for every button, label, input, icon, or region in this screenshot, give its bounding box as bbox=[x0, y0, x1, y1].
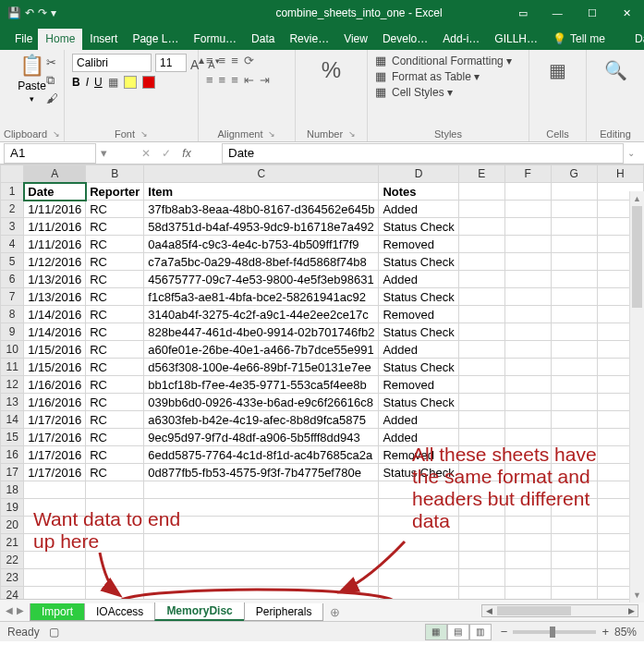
scroll-up-icon[interactable]: ▲ bbox=[630, 191, 644, 206]
view-page-break-button[interactable]: ▥ bbox=[469, 624, 492, 640]
cells-icon[interactable]: ▦ bbox=[549, 59, 566, 81]
cell[interactable] bbox=[24, 587, 86, 600]
cell[interactable]: RC bbox=[86, 341, 144, 359]
row-header[interactable]: 6 bbox=[1, 271, 24, 288]
cell[interactable] bbox=[379, 517, 458, 534]
cell[interactable] bbox=[379, 481, 458, 499]
cell[interactable] bbox=[144, 481, 379, 499]
row-header[interactable]: 4 bbox=[1, 236, 24, 253]
italic-button[interactable]: I bbox=[86, 76, 89, 89]
cell[interactable]: RC bbox=[86, 429, 144, 446]
dialog-launcher-icon[interactable]: ↘ bbox=[348, 129, 356, 139]
row-header[interactable]: 19 bbox=[1, 499, 24, 517]
row-header[interactable]: 20 bbox=[1, 517, 24, 534]
cell[interactable] bbox=[458, 429, 504, 446]
row-header[interactable]: 11 bbox=[1, 359, 24, 376]
row-header[interactable]: 14 bbox=[1, 411, 24, 429]
tab-file[interactable]: File bbox=[7, 29, 38, 50]
cell[interactable]: 1/17/2016 bbox=[24, 464, 86, 481]
fx-icon[interactable]: fx bbox=[182, 147, 190, 160]
cell[interactable] bbox=[144, 552, 379, 569]
qat-more-icon[interactable]: ▾ bbox=[51, 6, 56, 19]
cell[interactable] bbox=[458, 446, 504, 464]
sheet-tab-import[interactable]: Import bbox=[30, 603, 85, 621]
expand-formula-icon[interactable]: ⌄ bbox=[627, 148, 644, 158]
ribbon-options-icon[interactable]: ▭ bbox=[505, 0, 541, 26]
cell[interactable] bbox=[86, 517, 144, 534]
cell[interactable] bbox=[551, 446, 597, 464]
cell[interactable] bbox=[551, 253, 597, 271]
select-all-corner[interactable] bbox=[1, 165, 24, 183]
cell[interactable] bbox=[504, 271, 551, 288]
zoom-level[interactable]: 85% bbox=[614, 626, 637, 639]
cell[interactable]: RC bbox=[86, 218, 144, 236]
increase-indent-icon[interactable]: ⇥ bbox=[260, 73, 270, 87]
cell[interactable] bbox=[551, 323, 597, 341]
cell[interactable]: RC bbox=[86, 288, 144, 306]
cell[interactable] bbox=[458, 359, 504, 376]
cell[interactable]: Date bbox=[24, 183, 86, 201]
cell[interactable] bbox=[551, 464, 597, 481]
orientation-icon[interactable]: ⟳ bbox=[244, 54, 254, 67]
col-header[interactable]: H bbox=[597, 165, 643, 183]
cell[interactable]: RC bbox=[86, 359, 144, 376]
font-size-select[interactable] bbox=[155, 54, 187, 72]
cell-styles-button[interactable]: ▦Cell Styles ▾ bbox=[375, 85, 521, 99]
cell[interactable]: Added bbox=[379, 429, 458, 446]
cell[interactable] bbox=[144, 569, 379, 587]
cell[interactable] bbox=[144, 517, 379, 534]
cell[interactable]: 3140ab4f-3275-4c2f-a9c1-44e2ee2ce17c bbox=[144, 306, 379, 323]
cell[interactable] bbox=[458, 306, 504, 323]
cell[interactable] bbox=[504, 236, 551, 253]
cell[interactable] bbox=[551, 359, 597, 376]
cell[interactable] bbox=[504, 517, 551, 534]
cell[interactable]: 1/11/2016 bbox=[24, 201, 86, 218]
cell[interactable] bbox=[379, 587, 458, 600]
tab-page-layout[interactable]: Page L… bbox=[125, 29, 186, 50]
cell[interactable] bbox=[504, 323, 551, 341]
col-header[interactable]: G bbox=[551, 165, 597, 183]
cell[interactable] bbox=[458, 552, 504, 569]
cell[interactable] bbox=[86, 481, 144, 499]
cell[interactable]: Removed bbox=[379, 446, 458, 464]
tab-developer[interactable]: Develo… bbox=[375, 29, 435, 50]
cell[interactable]: RC bbox=[86, 253, 144, 271]
row-header[interactable]: 7 bbox=[1, 288, 24, 306]
underline-button[interactable]: U bbox=[94, 76, 103, 89]
row-header[interactable]: 23 bbox=[1, 569, 24, 587]
cell[interactable] bbox=[504, 552, 551, 569]
namebox-dropdown-icon[interactable]: ▾ bbox=[96, 146, 111, 160]
cell[interactable]: Status Check bbox=[379, 218, 458, 236]
cell[interactable] bbox=[379, 552, 458, 569]
decrease-indent-icon[interactable]: ⇤ bbox=[244, 73, 254, 87]
cell[interactable] bbox=[24, 499, 86, 517]
tab-addins[interactable]: Add-i… bbox=[435, 29, 487, 50]
cell[interactable] bbox=[551, 517, 597, 534]
tab-gillh[interactable]: GILLH… bbox=[487, 29, 545, 50]
cell[interactable] bbox=[504, 394, 551, 411]
cell[interactable] bbox=[504, 534, 551, 552]
sheet-tab-memorydisc[interactable]: MemoryDisc bbox=[154, 602, 244, 621]
cell[interactable]: 1/11/2016 bbox=[24, 236, 86, 253]
row-header[interactable]: 16 bbox=[1, 446, 24, 464]
cell[interactable] bbox=[551, 587, 597, 600]
editing-icon[interactable]: 🔍 bbox=[604, 59, 627, 81]
cell[interactable] bbox=[551, 499, 597, 517]
cell[interactable]: 0a4a85f4-c9c3-4e4c-b753-4b509ff1f7f9 bbox=[144, 236, 379, 253]
cell[interactable]: 1/17/2016 bbox=[24, 446, 86, 464]
sheet-nav-next-icon[interactable]: ▶ bbox=[17, 605, 24, 615]
cell[interactable] bbox=[458, 288, 504, 306]
cell[interactable]: 1/15/2016 bbox=[24, 341, 86, 359]
cell[interactable]: 039bb6d0-0926-433e-b6ad-e9c6f26616c8 bbox=[144, 394, 379, 411]
scrollbar-thumb[interactable] bbox=[497, 606, 571, 615]
cell[interactable]: Added bbox=[379, 411, 458, 429]
tab-view[interactable]: View bbox=[336, 29, 375, 50]
cell[interactable] bbox=[458, 411, 504, 429]
bold-button[interactable]: B bbox=[72, 76, 80, 89]
cell[interactable]: Status Check bbox=[379, 323, 458, 341]
cell[interactable] bbox=[458, 201, 504, 218]
format-as-table-button[interactable]: ▦Format as Table ▾ bbox=[375, 69, 521, 83]
close-button[interactable]: ✕ bbox=[610, 0, 645, 26]
cell[interactable] bbox=[458, 394, 504, 411]
cancel-formula-icon[interactable]: ✕ bbox=[141, 147, 151, 160]
